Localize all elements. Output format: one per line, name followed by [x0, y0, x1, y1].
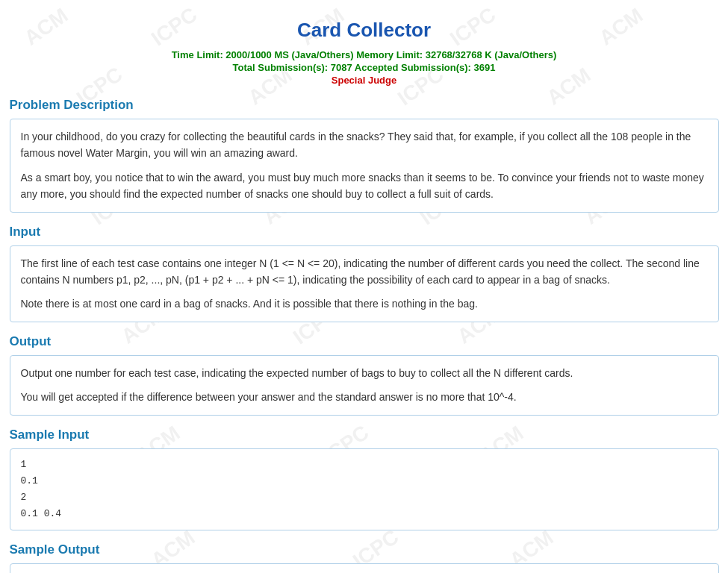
- sample-output-title: Sample Output: [10, 542, 719, 557]
- sample-output-code: 10.000 10.500: [10, 563, 719, 573]
- problem-description-p1: In your childhood, do you crazy for coll…: [21, 128, 708, 162]
- output-p2: You will get accepted if the difference …: [21, 389, 708, 405]
- input-box: The first line of each test case contain…: [10, 245, 719, 322]
- sample-input-title: Sample Input: [10, 428, 719, 442]
- output-box: Output one number for each test case, in…: [10, 355, 719, 416]
- input-title: Input: [10, 225, 719, 239]
- output-p1: Output one number for each test case, in…: [21, 365, 708, 381]
- meta-line2: Total Submission(s): 7087 Accepted Submi…: [10, 62, 719, 73]
- sample-input-code: 1 0.1 2 0.1 0.4: [10, 448, 719, 530]
- problem-description-box: In your childhood, do you crazy for coll…: [10, 119, 719, 213]
- meta-line1: Time Limit: 2000/1000 MS (Java/Others) M…: [10, 49, 719, 60]
- input-p1: The first line of each test case contain…: [21, 255, 708, 289]
- output-title: Output: [10, 334, 719, 349]
- page-title: Card Collector: [10, 7, 719, 48]
- meta-info: Time Limit: 2000/1000 MS (Java/Others) M…: [10, 49, 719, 86]
- input-p2: Note there is at most one card in a bag …: [21, 295, 708, 312]
- special-judge: Special Judge: [10, 75, 719, 86]
- problem-description-p2: As a smart boy, you notice that to win t…: [21, 169, 708, 203]
- problem-description-title: Problem Description: [10, 98, 719, 113]
